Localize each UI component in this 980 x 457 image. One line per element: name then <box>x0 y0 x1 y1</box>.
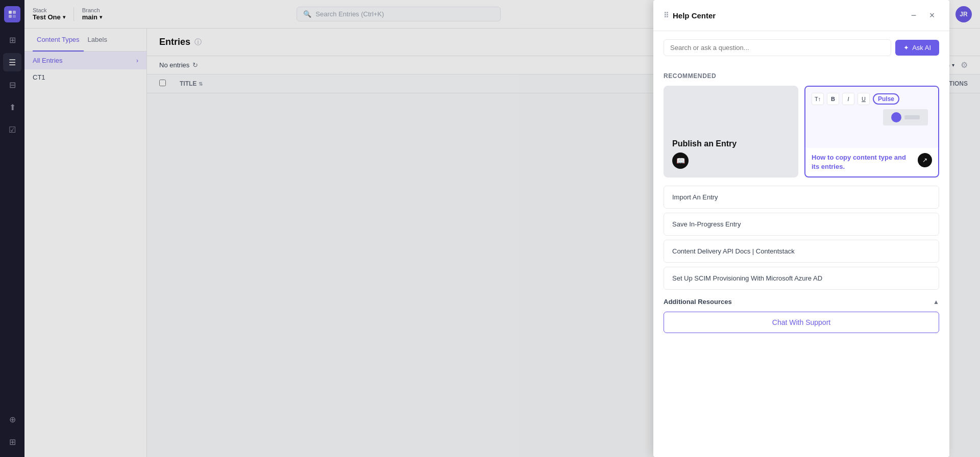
toolbar-italic-btn: I <box>842 93 854 105</box>
states-chevron-icon: ▾ <box>952 62 954 68</box>
nav-workflows-icon[interactable]: ☑ <box>3 120 21 139</box>
ask-ai-button[interactable]: ✦ Ask AI <box>895 40 939 56</box>
toolbar-text-btn: T↑ <box>812 93 824 105</box>
tab-content-types[interactable]: Content Types <box>33 29 84 52</box>
stack-chevron-icon: ▾ <box>63 14 65 20</box>
help-panel-title: ⠿ Help Center <box>664 11 716 20</box>
branch-selector[interactable]: Branch main ▾ <box>74 7 102 21</box>
publish-entry-title: Publish an Entry <box>672 139 790 148</box>
help-panel-header: ⠿ Help Center − × <box>653 0 949 31</box>
svg-rect-3 <box>13 15 16 18</box>
recommended-label: Recommended <box>664 72 939 80</box>
branch-name: main ▾ <box>82 13 102 21</box>
nav-releases-icon[interactable]: ⬆ <box>3 98 21 116</box>
sidebar-tabs: Content Types Labels <box>24 29 146 52</box>
branch-label: Branch <box>82 7 102 13</box>
app-logo[interactable] <box>4 6 20 22</box>
additional-resources-label: Additional Resources <box>664 298 732 306</box>
stack-name: Test One ▾ <box>33 13 65 21</box>
select-all-checkbox[interactable] <box>159 80 166 86</box>
svg-rect-0 <box>9 11 12 14</box>
stack-label: Stack <box>33 7 65 13</box>
help-panel-controls: − × <box>906 8 939 22</box>
search-bar[interactable]: 🔍 Search Entries (Ctrl+K) <box>297 7 501 21</box>
help-center-drag-icon[interactable]: ⠿ <box>664 11 669 19</box>
stack-selector[interactable]: Stack Test One ▾ <box>33 7 65 21</box>
svg-rect-1 <box>13 11 16 14</box>
nav-assets-icon[interactable]: ⊟ <box>3 75 21 94</box>
card-toolbar: T↑ B I U Pulse <box>812 93 932 105</box>
publish-entry-card[interactable]: Publish an Entry 📖 <box>664 86 798 177</box>
close-button[interactable]: × <box>925 8 939 22</box>
left-sidebar: Content Types Labels All Entries › CT1 <box>24 29 147 457</box>
sidebar-item-all-entries[interactable]: All Entries › <box>24 52 146 69</box>
ai-icon: ✦ <box>903 44 909 52</box>
toolbar-bold-btn: B <box>827 93 839 105</box>
copy-content-type-card[interactable]: T↑ B I U Pulse <box>804 86 939 177</box>
entries-title: Entries <box>159 37 190 47</box>
title-column-header: Title <box>180 80 197 87</box>
all-entries-label: All Entries <box>33 57 63 64</box>
chat-support-button[interactable]: Chat With Support <box>664 312 939 333</box>
entries-help-icon[interactable]: ⓘ <box>194 38 202 47</box>
copy-content-type-title: How to copy content type and its entries… <box>812 153 914 171</box>
publish-entry-icon: 📖 <box>672 153 689 169</box>
save-entry-link[interactable]: Save In-Progress Entry <box>664 213 939 236</box>
import-entry-link[interactable]: Import An Entry <box>664 186 939 209</box>
card-blue-top: T↑ B I U Pulse <box>805 87 938 148</box>
help-panel: ⠿ Help Center − × ✦ Ask AI Recommended P… <box>653 0 949 457</box>
title-sort-icon[interactable]: ⇅ <box>199 81 203 87</box>
help-search-area: ✦ Ask AI <box>653 31 949 64</box>
minimize-button[interactable]: − <box>906 8 921 22</box>
sidebar-item-ct1[interactable]: CT1 <box>24 69 146 85</box>
card-blue-bottom: How to copy content type and its entries… <box>805 148 938 176</box>
toolbar-underline-btn: U <box>857 93 870 105</box>
pulse-badge: Pulse <box>873 93 899 105</box>
content-delivery-api-link[interactable]: Content Delivery API Docs | Contentstack <box>664 240 939 263</box>
additional-resources-section: Additional Resources ▲ <box>664 298 939 306</box>
help-search-input[interactable] <box>664 39 891 56</box>
scim-provisioning-link[interactable]: Set Up SCIM Provisioning With Microsoft … <box>664 267 939 290</box>
additional-resources-collapse-icon[interactable]: ▲ <box>933 298 939 306</box>
nav-entries-icon[interactable]: ☰ <box>3 53 21 71</box>
recommended-cards: Publish an Entry 📖 T↑ B I U Pulse <box>664 86 939 177</box>
nav-settings-icon[interactable]: ⊕ <box>3 410 21 428</box>
no-entries-label: No entries ↻ <box>159 61 198 69</box>
svg-rect-2 <box>9 15 12 18</box>
external-link-icon: ↗ <box>918 153 932 167</box>
search-icon: 🔍 <box>303 10 311 18</box>
search-placeholder: Search Entries (Ctrl+K) <box>315 10 384 18</box>
icon-sidebar: ⊞ ☰ ⊟ ⬆ ☑ ⊕ ⊞ <box>0 0 24 457</box>
refresh-icon[interactable]: ↻ <box>192 61 198 69</box>
nav-extensions-icon[interactable]: ⊞ <box>3 433 21 451</box>
branch-chevron-icon: ▾ <box>100 14 102 20</box>
all-entries-chevron-icon: › <box>136 57 138 64</box>
tab-labels[interactable]: Labels <box>84 29 111 52</box>
settings-icon[interactable]: ⚙ <box>961 60 968 70</box>
nav-dashboard-icon[interactable]: ⊞ <box>3 31 21 49</box>
user-avatar[interactable]: JR <box>955 6 972 22</box>
help-panel-body: Recommended Publish an Entry 📖 T↑ B I U … <box>653 64 949 457</box>
blue-circle <box>891 112 901 122</box>
